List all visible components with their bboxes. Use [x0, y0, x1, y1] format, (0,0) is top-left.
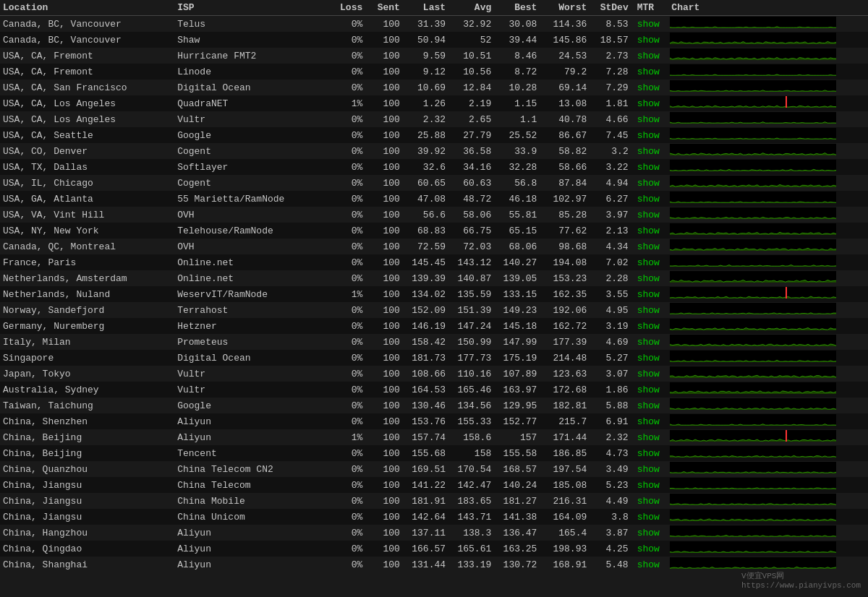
- cell-chart: [668, 413, 868, 429]
- cell-mtr[interactable]: show: [631, 461, 669, 477]
- cell-mtr[interactable]: show: [631, 525, 669, 541]
- cell-loss: 0%: [328, 366, 366, 382]
- cell-stdev: 3.87: [590, 525, 631, 541]
- cell-mtr[interactable]: show: [631, 350, 669, 366]
- cell-mtr[interactable]: show: [631, 541, 669, 557]
- cell-mtr[interactable]: show: [631, 223, 669, 239]
- cell-last: 155.68: [403, 445, 448, 461]
- table-row: USA, CA, San FranciscoDigital Ocean0%100…: [0, 80, 868, 95]
- cell-chart: [668, 48, 868, 64]
- cell-sent: 100: [365, 541, 403, 557]
- cell-best: 46.18: [494, 191, 540, 207]
- svg-rect-34: [670, 510, 836, 521]
- cell-mtr[interactable]: show: [631, 16, 669, 33]
- table-row: China, JiangsuChina Telecom0%100141.2214…: [0, 477, 868, 493]
- cell-location: Canada, BC, Vancouver: [0, 32, 174, 48]
- svg-rect-23: [670, 351, 836, 362]
- cell-isp: Hetzner: [174, 318, 328, 334]
- cell-loss: 1%: [328, 286, 366, 302]
- cell-worst: 192.06: [540, 302, 590, 318]
- cell-chart: [668, 64, 868, 80]
- cell-last: 139.39: [403, 270, 448, 286]
- cell-isp: Aliyun: [174, 525, 328, 541]
- cell-last: 60.65: [403, 175, 448, 191]
- cell-location: China, Hangzhou: [0, 525, 174, 541]
- cell-location: Japan, Tokyo: [0, 366, 174, 382]
- cell-mtr[interactable]: show: [631, 557, 669, 572]
- cell-mtr[interactable]: show: [631, 175, 669, 191]
- cell-location: USA, GA, Atlanta: [0, 191, 174, 207]
- cell-isp: Hurricane FMT2: [174, 48, 328, 64]
- cell-loss: 0%: [328, 223, 366, 239]
- cell-stdev: 4.66: [590, 111, 631, 127]
- cell-sent: 100: [365, 445, 403, 461]
- cell-mtr[interactable]: show: [631, 413, 669, 429]
- cell-last: 9.59: [403, 48, 448, 64]
- cell-sent: 100: [365, 207, 403, 223]
- cell-location: Singapore: [0, 350, 174, 366]
- cell-mtr[interactable]: show: [631, 382, 669, 398]
- cell-mtr[interactable]: show: [631, 366, 669, 382]
- table-row: USA, CA, FremontLinode0%1009.1210.568.72…: [0, 64, 868, 80]
- col-header-last: Last: [403, 0, 448, 16]
- cell-mtr[interactable]: show: [631, 254, 669, 270]
- cell-loss: 0%: [328, 557, 366, 572]
- cell-isp: Terrahost: [174, 302, 328, 318]
- cell-mtr[interactable]: show: [631, 191, 669, 207]
- cell-mtr[interactable]: show: [631, 493, 669, 509]
- cell-worst: 194.08: [540, 254, 590, 270]
- cell-loss: 0%: [328, 509, 366, 525]
- cell-mtr[interactable]: show: [631, 80, 669, 95]
- table-row: China, BeijingAliyun1%100157.74158.61571…: [0, 429, 868, 445]
- cell-mtr[interactable]: show: [631, 318, 669, 334]
- cell-sent: 100: [365, 254, 403, 270]
- cell-worst: 79.2: [540, 64, 590, 80]
- cell-avg: 150.99: [448, 334, 494, 350]
- cell-avg: 36.58: [448, 143, 494, 159]
- cell-sent: 100: [365, 223, 403, 239]
- cell-mtr[interactable]: show: [631, 127, 669, 143]
- cell-isp: Softlayer: [174, 159, 328, 175]
- cell-mtr[interactable]: show: [631, 477, 669, 493]
- cell-mtr[interactable]: show: [631, 64, 669, 80]
- cell-isp: Telus: [174, 16, 328, 33]
- svg-rect-33: [670, 494, 836, 505]
- cell-mtr[interactable]: show: [631, 239, 669, 254]
- cell-worst: 216.31: [540, 493, 590, 509]
- svg-rect-12: [670, 192, 836, 203]
- cell-mtr[interactable]: show: [631, 429, 669, 445]
- cell-mtr[interactable]: show: [631, 509, 669, 525]
- cell-mtr[interactable]: show: [631, 48, 669, 64]
- cell-sent: 100: [365, 159, 403, 175]
- cell-loss: 0%: [328, 461, 366, 477]
- cell-mtr[interactable]: show: [631, 207, 669, 223]
- cell-worst: 164.09: [540, 509, 590, 525]
- cell-mtr[interactable]: show: [631, 398, 669, 413]
- cell-mtr[interactable]: show: [631, 95, 669, 111]
- cell-location: USA, CA, Los Angeles: [0, 111, 174, 127]
- cell-stdev: 7.29: [590, 80, 631, 95]
- cell-mtr[interactable]: show: [631, 111, 669, 127]
- cell-stdev: 5.23: [590, 477, 631, 493]
- cell-isp: Digital Ocean: [174, 350, 328, 366]
- cell-mtr[interactable]: show: [631, 302, 669, 318]
- cell-isp: Linode: [174, 64, 328, 80]
- cell-mtr[interactable]: show: [631, 334, 669, 350]
- cell-mtr[interactable]: show: [631, 143, 669, 159]
- cell-avg: 170.54: [448, 461, 494, 477]
- col-header-mtr: MTR: [631, 0, 669, 16]
- cell-mtr[interactable]: show: [631, 270, 669, 286]
- cell-avg: 142.47: [448, 477, 494, 493]
- cell-chart: [668, 80, 868, 95]
- cell-chart: [668, 525, 868, 541]
- col-header-chart: Chart: [668, 0, 868, 16]
- cell-worst: 186.85: [540, 445, 590, 461]
- cell-mtr[interactable]: show: [631, 445, 669, 461]
- cell-isp: Shaw: [174, 32, 328, 48]
- cell-mtr[interactable]: show: [631, 32, 669, 48]
- cell-last: 1.26: [403, 95, 448, 111]
- cell-location: China, Beijing: [0, 429, 174, 445]
- cell-mtr[interactable]: show: [631, 286, 669, 302]
- cell-mtr[interactable]: show: [631, 159, 669, 175]
- cell-chart: [668, 207, 868, 223]
